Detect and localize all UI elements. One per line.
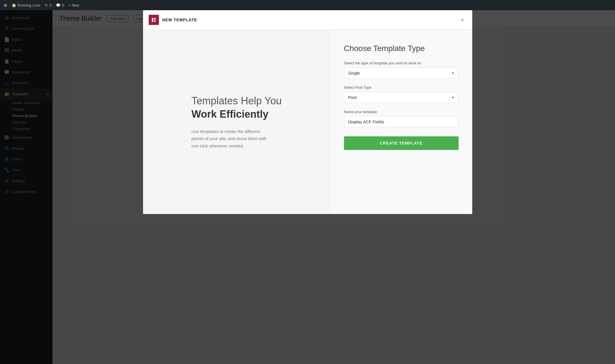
modal-left-heading: Templates Help You Work Efficiently [191, 94, 282, 121]
modal-left-panel: Templates Help You Work Efficiently Use … [143, 30, 330, 214]
heading-line2: Work Efficiently [191, 108, 268, 120]
create-template-button[interactable]: CREATE TEMPLATE [344, 136, 459, 150]
modal-overlay: NEW TEMPLATE × Templates Help You Work E… [53, 10, 615, 364]
modal-left-description: Use templates to create the different pi… [191, 128, 282, 150]
modal-title: NEW TEMPLATE [162, 18, 197, 22]
modal-body: Templates Help You Work Efficiently Use … [143, 30, 472, 214]
template-name-group: Name your template [344, 110, 459, 127]
template-name-label: Name your template [344, 110, 459, 114]
elementor-logo-svg [151, 17, 157, 23]
svg-rect-1 [154, 18, 156, 19]
modal-brand-icon [149, 15, 159, 25]
admin-bar-site[interactable]: 🏠 Running Love [12, 3, 40, 7]
admin-bar-updates[interactable]: ↻ 3 [45, 3, 51, 7]
admin-bar-logo[interactable]: ⊕ [3, 3, 7, 8]
svg-rect-3 [154, 21, 156, 22]
template-name-input[interactable] [344, 116, 459, 127]
post-type-select-wrapper: Post Page Custom Post Type [344, 92, 459, 103]
post-type-select[interactable]: Post Page Custom Post Type [344, 92, 459, 103]
admin-bar-new[interactable]: + New [69, 3, 79, 7]
admin-bar-comments[interactable]: 💬 0 [56, 3, 64, 7]
wordpress-icon: ⊕ [3, 3, 7, 8]
template-type-label: Select the type of template you want to … [344, 61, 459, 65]
template-type-select-wrapper: Single Page Section Header Footer Archiv… [344, 67, 459, 79]
modal-header: NEW TEMPLATE × [143, 10, 472, 30]
comments-icon: 💬 [56, 3, 60, 7]
main-layout: ⊞ Dashboard K Kinsta Cache 📄 Posts 🖼 Med… [0, 10, 615, 364]
svg-rect-2 [154, 20, 156, 20]
modal-right-panel: Choose Template Type Select the type of … [330, 30, 472, 214]
comments-count: 0 [62, 3, 64, 7]
updates-icon: ↻ [45, 3, 48, 7]
content-area: Theme Builder Add New Import Templates [53, 10, 615, 364]
new-label: + New [69, 3, 79, 7]
template-type-select[interactable]: Single Page Section Header Footer Archiv… [344, 67, 459, 79]
updates-count: 3 [49, 3, 51, 7]
modal-close-button[interactable]: × [459, 16, 467, 24]
home-icon: 🏠 [12, 3, 16, 7]
heading-line1: Templates Help You [191, 95, 282, 107]
site-name: Running Love [18, 3, 40, 7]
modal-dialog: NEW TEMPLATE × Templates Help You Work E… [143, 10, 472, 214]
admin-bar: ⊕ 🏠 Running Love ↻ 3 💬 0 + New [0, 0, 615, 10]
post-type-group: Select Post Type Post Page Custom Post T… [344, 85, 459, 103]
post-type-label: Select Post Type [344, 85, 459, 90]
template-type-group: Select the type of template you want to … [344, 61, 459, 79]
modal-right-title: Choose Template Type [344, 44, 459, 53]
svg-rect-0 [152, 18, 153, 22]
